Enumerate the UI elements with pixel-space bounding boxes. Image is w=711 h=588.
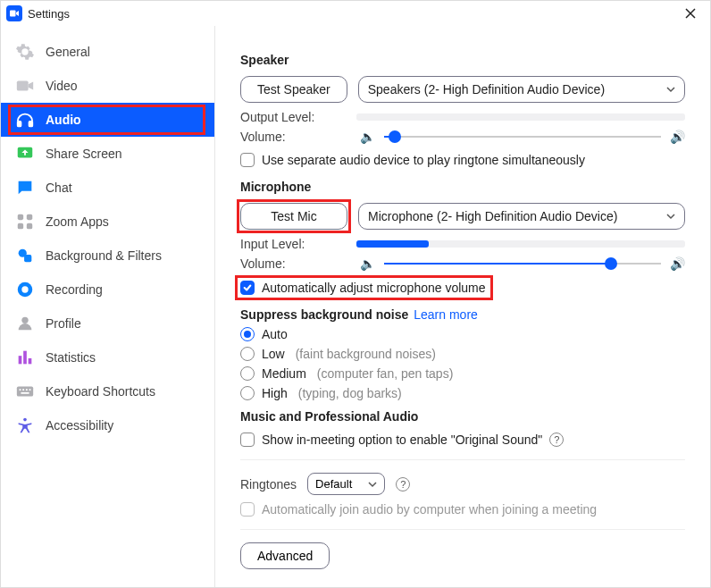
video-icon — [15, 76, 35, 96]
volume-low-icon: 🔈 — [360, 256, 375, 271]
speaker-title: Speaker — [240, 53, 685, 67]
test-speaker-button[interactable]: Test Speaker — [240, 76, 347, 103]
svg-rect-17 — [17, 387, 33, 397]
highlight-box — [8, 105, 205, 135]
apps-icon — [15, 212, 35, 231]
close-button[interactable] — [676, 1, 705, 26]
sidebar-item-background-filters[interactable]: Background & Filters — [1, 239, 214, 273]
svg-rect-20 — [26, 389, 28, 391]
checkbox-icon — [240, 502, 255, 517]
audio-icon — [15, 110, 35, 130]
svg-point-13 — [21, 317, 28, 323]
volume-high-icon: 🔊 — [670, 256, 685, 271]
svg-rect-7 — [18, 223, 23, 229]
sidebar-item-keyboard-shortcuts[interactable]: Keyboard Shortcuts — [1, 374, 214, 408]
sidebar-item-profile[interactable]: Profile — [1, 307, 214, 340]
music-title: Music and Professional Audio — [240, 409, 685, 424]
svg-rect-6 — [27, 214, 32, 220]
sidebar-item-accessibility[interactable]: Accessibility — [1, 408, 214, 442]
radio-label: Medium — [262, 366, 306, 381]
auto-adjust-label: Automatically adjust microphone volume — [262, 281, 486, 295]
sidebar-item-label: Recording — [46, 282, 103, 297]
speaker-volume-label: Volume: — [240, 130, 356, 144]
chat-icon — [15, 178, 35, 197]
svg-rect-1 — [17, 81, 29, 91]
svg-rect-0 — [10, 11, 16, 17]
chevron-down-icon — [666, 85, 675, 94]
auto-adjust-checkbox[interactable]: Automatically adjust microphone volume — [240, 281, 486, 295]
sidebar-item-zoom-apps[interactable]: Zoom Apps — [1, 205, 214, 239]
mic-device-value: Microphone (2- High Definition Audio Dev… — [368, 209, 617, 223]
auto-join-checkbox[interactable]: Automatically join audio by computer whe… — [240, 502, 685, 517]
radio-icon — [240, 347, 255, 361]
titlebar: Settings — [1, 1, 710, 26]
sidebar-item-share-screen[interactable]: Share Screen — [1, 137, 214, 171]
svg-rect-22 — [21, 392, 29, 394]
profile-icon — [15, 314, 35, 333]
sidebar-item-label: Keyboard Shortcuts — [46, 384, 155, 399]
radio-label: Auto — [262, 327, 288, 341]
svg-rect-15 — [23, 351, 27, 365]
ringtones-select[interactable]: Default — [307, 473, 385, 495]
svg-point-12 — [21, 286, 28, 292]
learn-more-link[interactable]: Learn more — [414, 307, 478, 322]
sidebar-item-chat[interactable]: Chat — [1, 171, 214, 205]
sidebar-item-general[interactable]: General — [1, 35, 214, 69]
mic-device-select[interactable]: Microphone (2- High Definition Audio Dev… — [358, 203, 685, 230]
sidebar-item-video[interactable]: Video — [1, 69, 214, 103]
suppress-option-low[interactable]: Low(faint background noises) — [240, 347, 685, 361]
share-icon — [15, 144, 35, 164]
settings-main: Speaker Test Speaker Speakers (2- High D… — [215, 26, 710, 587]
svg-rect-19 — [22, 389, 24, 391]
speaker-device-select[interactable]: Speakers (2- High Definition Audio Devic… — [358, 76, 685, 103]
chevron-down-icon — [368, 480, 377, 489]
sidebar-item-label: Profile — [46, 316, 81, 331]
sidebar-item-audio[interactable]: Audio — [1, 103, 214, 137]
sidebar-item-recording[interactable]: Recording — [1, 273, 214, 307]
sidebar-item-label: Video — [46, 79, 78, 93]
svg-rect-3 — [29, 122, 33, 127]
checkbox-icon — [240, 281, 255, 295]
svg-rect-8 — [27, 223, 32, 229]
suppress-title: Suppress background noise — [240, 307, 408, 322]
input-level-meter — [356, 240, 685, 248]
divider — [240, 459, 685, 460]
speaker-device-value: Speakers (2- High Definition Audio Devic… — [368, 82, 605, 97]
filters-icon — [15, 246, 35, 265]
sidebar-item-label: Background & Filters — [46, 248, 162, 263]
advanced-button[interactable]: Advanced — [240, 542, 330, 569]
checkbox-icon — [240, 153, 255, 167]
sidebar-item-label: Chat — [46, 181, 72, 195]
svg-rect-16 — [29, 358, 32, 364]
help-icon[interactable]: ? — [396, 477, 410, 491]
suppress-option-medium[interactable]: Medium(computer fan, pen taps) — [240, 366, 685, 381]
radio-icon — [240, 366, 255, 381]
suppress-option-auto[interactable]: Auto — [240, 327, 685, 341]
auto-join-label: Automatically join audio by computer whe… — [262, 502, 597, 517]
svg-rect-5 — [18, 214, 23, 220]
svg-rect-18 — [20, 389, 21, 391]
separate-audio-label: Use separate audio device to play ringto… — [262, 153, 585, 167]
radio-hint: (computer fan, pen taps) — [317, 366, 454, 381]
suppress-option-high[interactable]: High(typing, dog barks) — [240, 386, 685, 400]
radio-icon — [240, 386, 255, 400]
input-level-label: Input Level: — [240, 237, 356, 251]
volume-high-icon: 🔊 — [670, 130, 685, 144]
svg-rect-14 — [19, 356, 22, 364]
microphone-title: Microphone — [240, 180, 685, 194]
original-sound-checkbox[interactable]: Show in-meeting option to enable "Origin… — [240, 433, 685, 447]
sidebar-item-statistics[interactable]: Statistics — [1, 340, 214, 374]
mic-volume-slider[interactable] — [384, 257, 661, 270]
radio-hint: (faint background noises) — [296, 347, 436, 361]
help-icon[interactable]: ? — [549, 433, 564, 447]
gear-icon — [15, 42, 35, 62]
sidebar-item-label: General — [46, 45, 90, 59]
test-mic-button[interactable]: Test Mic — [240, 203, 347, 230]
sidebar-item-label: Share Screen — [46, 147, 122, 161]
speaker-volume-slider[interactable] — [384, 130, 661, 143]
window-title: Settings — [28, 7, 676, 21]
sidebar-item-label: Zoom Apps — [46, 214, 109, 229]
ringtones-value: Default — [315, 477, 352, 491]
volume-low-icon: 🔈 — [360, 130, 375, 144]
separate-audio-checkbox[interactable]: Use separate audio device to play ringto… — [240, 153, 685, 167]
